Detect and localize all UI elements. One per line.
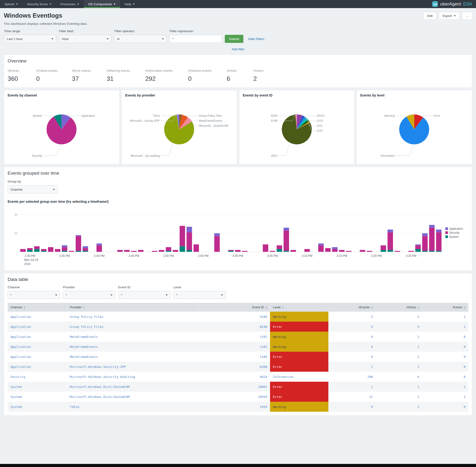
bar-segment-Security[interactable] bbox=[180, 226, 185, 246]
bar-segment-Application[interactable] bbox=[422, 233, 428, 236]
bar-segment-Security[interactable] bbox=[263, 245, 268, 252]
bar-segment-Application[interactable] bbox=[187, 227, 192, 232]
bar-segment-Application[interactable] bbox=[415, 245, 421, 246]
bar-segment-System[interactable] bbox=[436, 251, 441, 252]
export-button[interactable]: Export bbox=[439, 12, 460, 20]
bar-segment-Security[interactable] bbox=[228, 250, 234, 251]
bar-segment-System[interactable] bbox=[187, 250, 192, 252]
hide-filters-link[interactable]: Hide Filters bbox=[248, 37, 264, 41]
group-by-dropdown[interactable]: Channel bbox=[8, 185, 58, 194]
bar-segment-Security[interactable] bbox=[76, 236, 81, 251]
bar-segment-Security[interactable] bbox=[117, 250, 123, 252]
bar-segment-Security[interactable] bbox=[152, 251, 157, 252]
bar-segment-Security[interactable] bbox=[48, 247, 53, 252]
legend-label[interactable]: System bbox=[449, 235, 459, 238]
bar-segment-Security[interactable] bbox=[27, 248, 33, 250]
bar-segment-Application[interactable] bbox=[83, 246, 88, 248]
bar-segment-Security[interactable] bbox=[367, 251, 372, 252]
bar-segment-System[interactable] bbox=[62, 251, 67, 252]
table-row[interactable]: ApplicationMetaFrameEvents1106Error920 bbox=[8, 352, 468, 362]
bar-segment-Security[interactable] bbox=[429, 228, 435, 251]
bar-segment-Application[interactable] bbox=[388, 229, 393, 232]
nav-item-processes[interactable]: Processes bbox=[56, 0, 84, 8]
nav-item-help[interactable]: Help bbox=[120, 0, 139, 8]
column-header-hosts[interactable]: #Hosts bbox=[376, 303, 422, 312]
bar-segment-Application[interactable] bbox=[436, 229, 441, 232]
column-header-channel[interactable]: Channel bbox=[8, 303, 67, 312]
bar-segment-Security[interactable] bbox=[395, 251, 400, 252]
filter-operator-dropdown[interactable]: in bbox=[114, 35, 167, 43]
bar-segment-Security[interactable] bbox=[96, 246, 102, 252]
legend-label[interactable]: Application bbox=[449, 227, 463, 230]
bar-segment-Security[interactable] bbox=[166, 247, 171, 251]
bar-segment-Security[interactable] bbox=[277, 246, 282, 249]
bar-segment-Security[interactable] bbox=[242, 251, 247, 252]
table-row[interactable]: SystemMicrosoft-Windows-DistributedCOM10… bbox=[8, 392, 468, 402]
table-filter-dropdown[interactable]: * bbox=[173, 291, 226, 299]
bar-segment-System[interactable] bbox=[34, 249, 39, 252]
bar-segment-Security[interactable] bbox=[138, 250, 144, 252]
table-row[interactable]: SystemMicrosoft-Windows-DistributedCOM10… bbox=[8, 382, 468, 392]
bar-segment-Application[interactable] bbox=[96, 244, 102, 246]
bar-segment-Security[interactable] bbox=[20, 249, 26, 252]
bar-segment-Application[interactable] bbox=[284, 228, 289, 231]
bar-segment-Security[interactable] bbox=[41, 249, 46, 251]
bar-segment-Security[interactable] bbox=[69, 251, 74, 252]
add-filter-link[interactable]: Add filter bbox=[232, 47, 244, 51]
table-row[interactable]: ApplicationMetaFrameEvents1102Warning920 bbox=[8, 342, 468, 352]
column-header-events[interactable]: #Events bbox=[328, 303, 376, 312]
bar-segment-Security[interactable] bbox=[325, 248, 331, 252]
bar-segment-Security[interactable] bbox=[380, 246, 386, 250]
bar-segment-Security[interactable] bbox=[131, 251, 137, 252]
column-header-eventid[interactable]: Event ID bbox=[199, 303, 270, 312]
bar-segment-Security[interactable] bbox=[194, 245, 199, 252]
bar-segment-Security[interactable] bbox=[436, 232, 441, 251]
table-row[interactable]: ApplicationMicrosoft-Windows-Security-SP… bbox=[8, 362, 468, 372]
bar-segment-Security[interactable] bbox=[83, 248, 88, 251]
table-filter-dropdown[interactable]: * bbox=[118, 291, 171, 299]
bar-segment-System[interactable] bbox=[429, 251, 435, 252]
column-header-users[interactable]: #Users bbox=[422, 303, 468, 312]
filter-field-dropdown[interactable]: Host bbox=[59, 35, 112, 43]
bar-segment-Security[interactable] bbox=[124, 250, 130, 252]
nav-item-splunk[interactable]: Splunk bbox=[0, 0, 22, 8]
table-row[interactable]: SecurityMicrosoft-Windows-Security-Audit… bbox=[8, 372, 468, 382]
bar-segment-Security[interactable] bbox=[55, 249, 60, 252]
more-actions-button[interactable]: ... bbox=[462, 12, 472, 20]
bar-segment-Security[interactable] bbox=[388, 232, 393, 250]
bar-segment-Security[interactable] bbox=[62, 247, 67, 251]
bar-segment-System[interactable] bbox=[166, 251, 171, 252]
bar-segment-System[interactable] bbox=[180, 246, 185, 252]
bar-segment-Application[interactable] bbox=[332, 247, 338, 249]
brand-logo[interactable]: ua uberAgent ESA bbox=[432, 0, 476, 8]
table-filter-dropdown[interactable]: * bbox=[63, 291, 115, 299]
table-row[interactable]: ApplicationGroup Policy Files4106Warning… bbox=[8, 312, 468, 322]
bar-segment-Security[interactable] bbox=[415, 246, 421, 249]
table-row[interactable]: ApplicationGroup Policy Files8198Error55… bbox=[8, 322, 468, 332]
bar-segment-System[interactable] bbox=[76, 251, 81, 252]
column-header-level[interactable]: Level bbox=[270, 303, 328, 312]
nav-item-security-score[interactable]: Security Score bbox=[22, 0, 56, 8]
edit-button[interactable]: Edit bbox=[423, 12, 436, 20]
bar-segment-System[interactable] bbox=[83, 251, 88, 252]
bar-segment-Security[interactable] bbox=[284, 230, 289, 251]
bar-segment-Security[interactable] bbox=[332, 249, 338, 252]
bar-segment-Security[interactable] bbox=[346, 251, 351, 252]
bar-segment-Security[interactable] bbox=[214, 236, 220, 252]
bar-segment-Application[interactable] bbox=[76, 235, 81, 236]
bar-segment-Application[interactable] bbox=[62, 246, 67, 247]
bar-segment-System[interactable] bbox=[228, 251, 234, 252]
legend-label[interactable]: Security bbox=[449, 231, 459, 234]
bar-segment-Security[interactable] bbox=[235, 250, 240, 252]
bar-segment-System[interactable] bbox=[284, 251, 289, 252]
table-filter-dropdown[interactable]: * bbox=[8, 291, 60, 299]
table-row[interactable]: ApplicationMetaFrameEvents1101Warning920 bbox=[8, 332, 468, 342]
bar-segment-Security[interactable] bbox=[34, 246, 39, 249]
bar-segment-Security[interactable] bbox=[290, 250, 296, 252]
bar-segment-Security[interactable] bbox=[270, 251, 275, 252]
bar-segment-System[interactable] bbox=[388, 250, 393, 252]
bar-segment-Application[interactable] bbox=[214, 233, 220, 236]
bar-segment-System[interactable] bbox=[415, 249, 421, 252]
time-range-dropdown[interactable]: Last 1 hour bbox=[4, 35, 56, 43]
bar-segment-System[interactable] bbox=[41, 251, 46, 252]
